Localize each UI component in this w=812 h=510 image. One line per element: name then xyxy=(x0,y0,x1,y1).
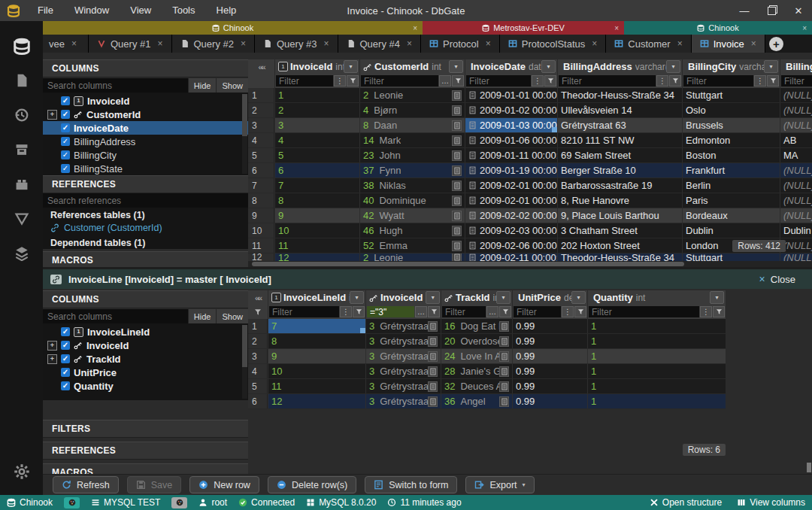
grid-cell[interactable]: 3Grétrystraat 63 xyxy=(365,379,441,393)
column-menu-button[interactable]: ▾ xyxy=(449,60,463,73)
grid-cell[interactable]: Boston xyxy=(682,148,780,162)
sidebar-plugin-button[interactable] xyxy=(0,167,43,202)
filter-menu-button[interactable]: ⋮ xyxy=(532,75,544,87)
grid-cell[interactable]: 2Leonie xyxy=(359,253,465,261)
table-row[interactable]: 4414Mark2009-01-06 00:00:008210 111 ST N… xyxy=(248,133,812,148)
filter-input-billingcity[interactable] xyxy=(683,75,753,87)
menu-view[interactable]: View xyxy=(120,0,162,21)
grid-cell[interactable]: 8Daan xyxy=(359,118,465,132)
grid-cell[interactable]: 3 Chatham Street xyxy=(557,223,682,238)
column-menu-button[interactable]: ▾ xyxy=(710,291,724,304)
row-number[interactable]: 2 xyxy=(248,103,274,117)
switch-to-form-button[interactable]: Switch to form xyxy=(365,476,457,493)
open-reference-button[interactable] xyxy=(452,241,462,251)
close-icon[interactable]: × xyxy=(802,24,807,32)
menu-file[interactable]: File xyxy=(27,0,64,21)
grid-cell[interactable]: (NULL) xyxy=(780,178,812,193)
row-number[interactable]: 11 xyxy=(248,238,274,253)
row-number[interactable]: 6 xyxy=(248,163,274,178)
status-view-columns[interactable]: View columns xyxy=(737,497,805,508)
grid-cell[interactable]: 2009-02-02 00:00:00 xyxy=(465,208,557,223)
tab-invoice[interactable]: Invoice× xyxy=(692,35,765,53)
tab-protocol[interactable]: Protocol× xyxy=(421,35,500,53)
column-item-billingaddress[interactable]: ✓BillingAddress xyxy=(43,135,248,148)
column-checkbox[interactable]: ✓ xyxy=(61,327,70,336)
table-row[interactable]: 112Leonie2009-01-01 00:00:00Theodor-Heus… xyxy=(248,88,812,103)
sidebar-filter-triangle-button[interactable] xyxy=(0,202,43,236)
grid-cell[interactable]: 2009-01-03 00:00:00 xyxy=(465,118,557,132)
grid-cell[interactable]: 3Grétrystraat 63 xyxy=(365,364,441,378)
filter-input-invoicelineid[interactable] xyxy=(269,306,339,317)
filter-funnel-button[interactable] xyxy=(347,75,359,87)
grid-cell[interactable]: 1 xyxy=(274,88,359,102)
grid-cell[interactable]: 2009-02-06 00:00:00 xyxy=(465,238,557,253)
grid-cell[interactable]: (NULL) xyxy=(780,118,812,132)
expander-icon[interactable]: + xyxy=(47,110,57,120)
columns-panel-header[interactable]: COLUMNS xyxy=(43,290,248,308)
grid-cell[interactable]: 1 xyxy=(587,364,726,378)
status-open-structure[interactable]: Open structure xyxy=(650,497,722,508)
table-row[interactable]: 224Bjørn2009-01-02 00:00:00Ullevålsveien… xyxy=(248,103,812,118)
grid-cell[interactable]: 5 xyxy=(274,148,359,162)
grid-cell[interactable]: Dublin xyxy=(682,223,780,238)
filter-indicator[interactable] xyxy=(248,305,268,319)
hide-button[interactable]: Hide xyxy=(188,309,217,323)
table-row[interactable]: 6123Grétrystraat 6336Angel0.991 xyxy=(248,394,726,409)
filter-funnel-button[interactable] xyxy=(713,306,725,317)
grid-cell[interactable]: 1 xyxy=(587,349,726,363)
grid-cell[interactable]: Grétrystraat 63 xyxy=(557,118,682,132)
grid-cell[interactable]: 4Bjørn xyxy=(359,103,465,117)
filter-funnel-button[interactable] xyxy=(669,75,681,87)
row-number[interactable]: 4 xyxy=(248,133,274,147)
tab-query-2[interactable]: Query #2× xyxy=(172,35,256,53)
grid-cell[interactable]: 14Mark xyxy=(359,133,465,147)
open-reference-button[interactable] xyxy=(452,150,462,161)
filter-menu-button[interactable]: ⋮ xyxy=(700,306,712,317)
grid-cell[interactable]: 3Grétrystraat 63 xyxy=(365,334,441,348)
scrollbar[interactable] xyxy=(242,325,247,399)
row-number[interactable]: 7 xyxy=(248,178,274,193)
grid-cell[interactable]: 24Love In An E xyxy=(441,349,512,363)
search-references-input[interactable] xyxy=(43,193,248,208)
table-row[interactable]: 12122Leonie2009-02-11 00:00:00Theodor-He… xyxy=(248,253,812,261)
grid-cell[interactable]: 3Grétrystraat 63 xyxy=(365,394,441,408)
tab-query-4[interactable]: Query #4× xyxy=(338,35,422,53)
grid-cell[interactable]: 2009-02-03 00:00:00 xyxy=(465,223,557,238)
filter-input-invoiceid[interactable] xyxy=(276,75,333,87)
filter-funnel-button[interactable] xyxy=(353,306,365,317)
grid-cell[interactable]: 0.99 xyxy=(512,364,587,378)
table-row[interactable]: 5113Grétrystraat 6332Deuces Are0.991 xyxy=(248,379,726,394)
open-reference-button[interactable] xyxy=(428,351,438,362)
filter-menu-button[interactable]: … xyxy=(415,306,427,317)
open-reference-button[interactable] xyxy=(452,253,462,261)
row-number[interactable]: 4 xyxy=(248,364,268,378)
grid-cell[interactable]: 42Wyatt xyxy=(359,208,465,223)
status-root[interactable]: root xyxy=(198,497,227,508)
new-row-button[interactable]: New row xyxy=(189,476,259,493)
close-icon[interactable]: × xyxy=(592,38,597,49)
group-tab-1[interactable]: Metrostav-Evr-DEV× xyxy=(423,21,624,35)
grid-cell[interactable]: 7 xyxy=(274,178,359,193)
hide-button[interactable]: Hide xyxy=(188,78,217,93)
table-row[interactable]: 393Grétrystraat 6324Love In An E0.991 xyxy=(248,349,726,364)
grid-cell[interactable]: Bordeaux xyxy=(682,208,780,223)
grid-cell[interactable]: 8 xyxy=(268,334,365,348)
show-button[interactable]: Show xyxy=(216,78,248,93)
table-row[interactable]: 8840Dominique2009-02-01 00:00:008, Rue H… xyxy=(248,193,812,208)
row-number[interactable]: 1 xyxy=(248,88,274,102)
expander-icon[interactable]: + xyxy=(47,341,57,351)
column-header-invoicedate[interactable]: InvoiceDatedateti▾ xyxy=(465,59,557,74)
filter-funnel-button[interactable] xyxy=(767,75,779,87)
grid-cell[interactable]: 9 xyxy=(268,349,365,363)
grid-cell[interactable]: (NULL) xyxy=(780,103,812,117)
column-menu-button[interactable]: ▾ xyxy=(344,60,358,73)
filter-menu-button[interactable]: … xyxy=(486,306,498,317)
grid-cell[interactable]: (NULL) xyxy=(780,163,812,178)
status-chinook[interactable]: Chinook xyxy=(7,497,53,508)
columns-panel-header[interactable]: COLUMNS xyxy=(43,59,248,77)
close-icon[interactable]: × xyxy=(677,38,683,49)
vertical-scrollbar[interactable] xyxy=(807,463,811,472)
macros-panel-header[interactable]: MACROS xyxy=(43,463,248,474)
filter-input-invoicedate[interactable] xyxy=(466,75,531,87)
column-item-invoicelineid[interactable]: ✓1InvoiceLineId xyxy=(43,325,248,338)
